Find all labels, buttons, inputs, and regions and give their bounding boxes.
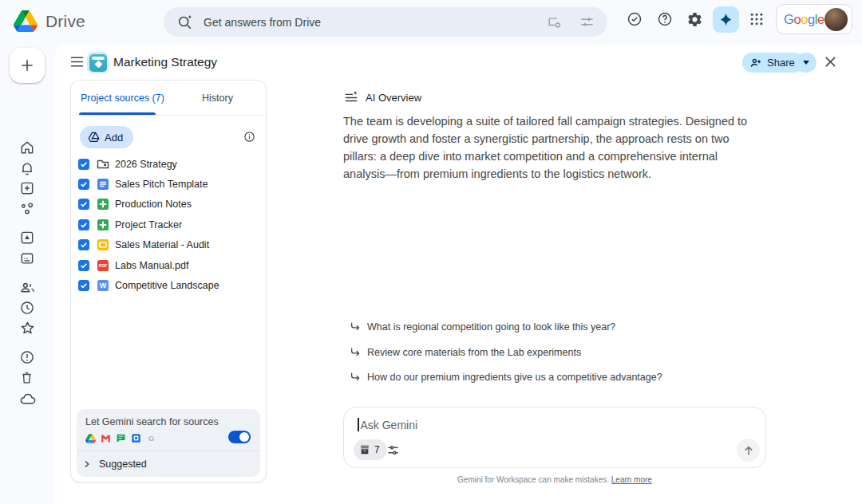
calendar-icon xyxy=(131,433,141,443)
svg-text:W: W xyxy=(100,282,107,289)
home-icon[interactable] xyxy=(19,140,35,156)
share-dropdown-button[interactable] xyxy=(795,53,817,73)
sheets-file-icon xyxy=(97,219,109,231)
ask-placeholder: Ask Gemini xyxy=(361,419,418,431)
checkbox-checked[interactable] xyxy=(78,280,89,291)
ai-overview-summary: The team is developing a suite of tailor… xyxy=(343,112,760,183)
folder-icon xyxy=(97,158,109,171)
plus-icon xyxy=(19,57,35,73)
advanced-search-icon[interactable] xyxy=(579,14,595,30)
ai-summary-icon xyxy=(344,90,358,104)
add-source-button[interactable]: Add xyxy=(80,126,133,148)
checkbox-checked[interactable] xyxy=(78,239,89,250)
chat-icon xyxy=(116,433,126,443)
gmail-icon xyxy=(101,434,111,443)
source-row[interactable]: Production Notes xyxy=(71,195,266,215)
source-row[interactable]: PDF Labs Manual.pdf xyxy=(71,255,266,275)
hub-icon[interactable] xyxy=(19,200,35,216)
source-row[interactable]: Sales Pitch Template xyxy=(71,174,266,194)
recent-icon[interactable] xyxy=(19,300,35,316)
info-icon[interactable] xyxy=(243,131,255,143)
avatar[interactable] xyxy=(824,8,848,31)
computers-icon[interactable] xyxy=(19,250,35,266)
follow-up-arrow-icon xyxy=(350,347,361,358)
response-settings-icon[interactable] xyxy=(387,444,399,456)
ask-gemini-input[interactable]: Ask Gemini 7 xyxy=(343,407,766,468)
active-tab-underline xyxy=(79,112,156,115)
drive-brand[interactable]: Drive xyxy=(14,10,85,32)
apps-grid-icon[interactable] xyxy=(749,11,765,27)
ai-overview-title: AI Overview xyxy=(366,92,421,104)
chevron-right-icon xyxy=(82,459,92,469)
suggested-label: Suggested xyxy=(99,459,147,470)
svg-text:PDF: PDF xyxy=(99,263,107,268)
source-count: 7 xyxy=(374,444,380,455)
sources-count-chip[interactable]: 7 xyxy=(354,439,387,460)
drive-mini-icon xyxy=(85,434,96,443)
google-g-icon: G xyxy=(146,433,156,443)
sources-box-icon xyxy=(359,444,370,455)
left-rail xyxy=(0,45,54,504)
gemini-button[interactable] xyxy=(713,6,739,33)
trash-icon[interactable] xyxy=(19,370,34,385)
search-placeholder: Get answers from Drive xyxy=(204,16,536,29)
gemini-spark-icon xyxy=(718,12,733,27)
spam-icon[interactable] xyxy=(19,349,35,365)
ask-placeholder-row: Ask Gemini xyxy=(358,418,417,431)
source-row[interactable]: W Competitive Landscape xyxy=(71,275,266,295)
checkbox-checked[interactable] xyxy=(78,219,89,230)
checkbox-checked[interactable] xyxy=(78,159,89,170)
panel-tabs: Project sources (7) History xyxy=(71,81,266,116)
menu-icon[interactable] xyxy=(70,56,84,68)
search-bar[interactable]: Get answers from Drive xyxy=(164,7,607,37)
topbar: Drive Get answers from Drive xyxy=(0,0,862,45)
source-row[interactable]: 2026 Strategy xyxy=(71,154,266,174)
suggested-question[interactable]: Review core materials from the Lab exper… xyxy=(350,347,581,358)
workspaces-icon[interactable] xyxy=(19,180,35,196)
search-side-actions xyxy=(547,14,595,30)
project-icon xyxy=(89,54,107,72)
source-app-icons: G xyxy=(85,433,156,443)
shared-with-me-icon[interactable] xyxy=(19,279,36,296)
source-row[interactable]: Sales Material - Audit xyxy=(71,235,266,255)
help-icon[interactable] xyxy=(657,11,673,27)
close-icon[interactable] xyxy=(824,56,836,68)
storage-icon[interactable] xyxy=(19,391,36,408)
overflow-menu-icon[interactable] xyxy=(749,89,753,104)
suggested-question[interactable]: How do our premium ingredients give us a… xyxy=(350,372,662,383)
text-cursor xyxy=(358,418,359,431)
approvals-icon[interactable] xyxy=(627,11,643,27)
follow-up-arrow-icon xyxy=(350,321,361,333)
learn-more-link[interactable]: Learn more xyxy=(611,475,652,484)
sheets-file-icon xyxy=(97,198,109,211)
starred-icon[interactable] xyxy=(19,320,36,337)
checkbox-checked[interactable] xyxy=(78,179,89,190)
checkbox-checked[interactable] xyxy=(78,199,89,210)
disclaimer: Gemini for Workspace can make mistakes. … xyxy=(343,475,766,484)
source-file-list: 2026 Strategy Sales Pitch Template Produ… xyxy=(71,154,266,296)
gemini-search-icon xyxy=(176,14,193,30)
send-button[interactable] xyxy=(737,439,760,462)
suggested-expander[interactable]: Suggested xyxy=(82,451,260,477)
activity-icon[interactable] xyxy=(19,160,35,176)
sources-panel: Project sources (7) History Add 2026 Str… xyxy=(70,80,267,482)
google-logo: Google xyxy=(784,12,824,27)
gemini-sources-block: Let Gemini search for sources G Suggeste… xyxy=(77,409,260,477)
drive-outline-icon xyxy=(88,132,100,143)
search-tools-icon[interactable] xyxy=(547,14,562,30)
app-name: Drive xyxy=(45,12,85,31)
add-label: Add xyxy=(105,132,123,144)
checkbox-checked[interactable] xyxy=(78,260,89,271)
settings-icon[interactable] xyxy=(686,11,703,28)
my-drive-icon[interactable] xyxy=(19,230,35,246)
pdf-file-icon: PDF xyxy=(97,259,109,272)
main-panel: Marketing Strategy Share Project sources… xyxy=(54,45,862,504)
tab-history[interactable]: History xyxy=(169,81,266,115)
suggested-question[interactable]: What is regional competition going to lo… xyxy=(350,321,615,333)
gemini-search-toggle[interactable] xyxy=(228,431,251,443)
source-row[interactable]: Project Tracker xyxy=(71,215,266,234)
tab-project-sources[interactable]: Project sources (7) xyxy=(71,81,169,115)
new-button[interactable] xyxy=(10,48,45,83)
follow-up-arrow-icon xyxy=(350,372,361,383)
account-chip[interactable]: Google xyxy=(776,4,852,34)
